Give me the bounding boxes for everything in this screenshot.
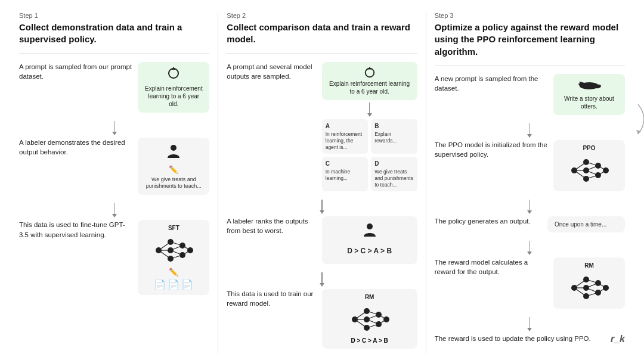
step3-diagram4: RM xyxy=(553,257,625,309)
rm-label: RM xyxy=(328,294,411,300)
recycle-icon2 xyxy=(364,73,376,80)
step3-prompt-card: Write a story about otters. xyxy=(553,74,625,115)
step1-arrow1 xyxy=(19,121,209,135)
step1-text2: A labeler demonstrates the desired outpu… xyxy=(19,138,132,157)
step3-rm-label: RM xyxy=(559,262,619,269)
rm-ranking-bottom: D > C > A > B xyxy=(328,337,411,344)
files-row: 📄 📄 📄 xyxy=(144,279,203,290)
ranking-badge: D > C > A > B xyxy=(328,243,411,259)
output-text: Once upon a time... xyxy=(555,221,606,228)
step1-person-text: We give treats and punishments to teach.… xyxy=(144,176,203,190)
step1-text1: A prompt is sampled from our prompt data… xyxy=(19,62,132,82)
step3-row2: The PPO model is initialized from the su… xyxy=(435,140,625,191)
svg-point-40 xyxy=(578,82,580,83)
svg-point-1 xyxy=(171,145,177,151)
output-a: A In reinforcement learning, the agent i… xyxy=(322,119,369,154)
output-b: B Explain rewards... xyxy=(371,119,417,154)
step3-ppo-card: PPO xyxy=(553,140,625,191)
step1-arrow2 xyxy=(19,203,209,218)
step1-prompt-card: Explain reinforcement learning to a 6 ye… xyxy=(138,62,209,113)
step1-diagram1: Explain reinforcement learning to a 6 ye… xyxy=(138,62,209,113)
step2-diagram3: RM xyxy=(322,289,417,349)
step1-text3: This data is used to fine-tune GPT-3.5 w… xyxy=(19,220,132,240)
step3-diagram5: r_k xyxy=(611,334,625,344)
step2-row2: A labeler ranks the outputs from best to… xyxy=(227,216,417,264)
step3-row3: The policy generates an output. Once upo… xyxy=(435,216,625,232)
step2-arrow1a xyxy=(367,103,372,117)
step2-arrow3 xyxy=(227,272,417,287)
output-c-text: In machine learning... xyxy=(326,169,351,181)
outputs-grid: A In reinforcement learning, the agent i… xyxy=(322,119,417,191)
step1-diagram2: ✏️ We give treats and punishments to tea… xyxy=(138,138,209,195)
step3-arrow4 xyxy=(435,317,625,331)
step1-person-card: ✏️ We give treats and punishments to tea… xyxy=(138,138,209,195)
step2-text2: A labeler ranks the outputs from best to… xyxy=(227,216,315,236)
step3-prompt-text: Write a story about otters. xyxy=(559,95,619,110)
step1-row2: A labeler demonstrates the desired outpu… xyxy=(19,138,209,195)
recycle-icon xyxy=(144,67,203,83)
edit-icon: ✏️ xyxy=(169,165,178,174)
person-icon2 xyxy=(328,221,411,241)
output-d: D We give treats and punishments to teac… xyxy=(371,157,417,191)
step2-row3: This data is used to train our reward mo… xyxy=(227,289,417,349)
step3-arrow3 xyxy=(435,241,625,255)
step2-text3: This data is used to train our reward mo… xyxy=(227,289,315,309)
step2-prompt-card: Explain reinforcement learning to a 6 ye… xyxy=(322,62,417,100)
step1-diagram3: SFT xyxy=(138,220,209,295)
output-d-text: We give treats and punishments to teach.… xyxy=(374,169,413,188)
sft-label: SFT xyxy=(144,225,203,231)
step2-label: Step 2 xyxy=(227,12,417,19)
step2-text1: A prompt and several model outputs are s… xyxy=(227,62,315,82)
step1-prompt-text: Explain reinforcement learning to a 6 ye… xyxy=(144,85,203,108)
step3-arrow1 xyxy=(435,123,625,138)
step1-row3: This data is used to fine-tune GPT-3.5 w… xyxy=(19,220,209,295)
step3-text2: The PPO model is initialized from the su… xyxy=(435,140,547,160)
sft-edit-icon: ✏️ xyxy=(169,268,178,277)
step2-prompt-text: Explain reinforcement learning to a 6 ye… xyxy=(328,80,411,95)
svg-point-19 xyxy=(367,223,373,229)
output-b-text: Explain rewards... xyxy=(374,131,397,144)
reward-score-badge: r_k xyxy=(611,334,625,344)
step1-label: Step 1 xyxy=(19,12,209,19)
step2-column: Step 2 Collect comparison data and train… xyxy=(218,12,426,354)
output-c-label: C xyxy=(326,160,365,167)
file-icon1: 📄 xyxy=(154,279,166,290)
step2-person-card: D > C > A > B xyxy=(322,216,417,264)
step3-text4: The reward model calculates a reward for… xyxy=(435,257,547,277)
step3-rm-card: RM xyxy=(553,257,625,309)
step1-title: Collect demonstration data and train a s… xyxy=(19,21,209,54)
loop-arrow-svg xyxy=(635,101,644,137)
step2-title: Collect comparison data and train a rewa… xyxy=(227,21,417,54)
output-a-text: In reinforcement learning, the agent is.… xyxy=(326,131,362,150)
step3-text-output: Once upon a time... xyxy=(547,216,625,232)
step2-rm-card: RM xyxy=(322,289,417,349)
output-d-label: D xyxy=(374,160,414,167)
step1-sft-card: SFT xyxy=(138,220,209,295)
step3-text3: The policy generates an output. xyxy=(435,216,541,226)
step3-row4: The reward model calculates a reward for… xyxy=(435,257,625,309)
step1-row1: A prompt is sampled from our prompt data… xyxy=(19,62,209,113)
otter-icon xyxy=(559,79,619,94)
main-container: Step 1 Collect demonstration data and tr… xyxy=(0,0,644,354)
file-icon2: 📄 xyxy=(168,279,179,290)
output-b-label: B xyxy=(374,122,414,130)
step2-diagram1: Explain reinforcement learning to a 6 ye… xyxy=(322,62,417,191)
step3-row1: A new prompt is sampled from the dataset… xyxy=(435,74,625,115)
output-c: C In machine learning... xyxy=(322,157,369,191)
step3-diagram2: PPO xyxy=(553,140,625,191)
output-a-label: A xyxy=(326,122,365,130)
step3-diagram3: Once upon a time... xyxy=(547,216,625,232)
person-icon xyxy=(144,142,203,163)
file-icon3: 📄 xyxy=(181,279,193,290)
step3-label: Step 3 xyxy=(435,12,625,19)
step3-title: Optimize a policy against the reward mod… xyxy=(435,21,625,66)
reward-score-text: r_k xyxy=(611,334,625,344)
step3-row5: The reward is used to update the policy … xyxy=(435,334,625,344)
step3-diagram1: Write a story about otters. xyxy=(553,74,625,115)
step3-text5: The reward is used to update the policy … xyxy=(435,334,605,344)
step2-diagram2: D > C > A > B xyxy=(322,216,417,264)
step3-arrow2 xyxy=(435,200,625,214)
step3-text1: A new prompt is sampled from the dataset… xyxy=(435,74,547,94)
ppo-label: PPO xyxy=(559,145,619,151)
step1-column: Step 1 Collect demonstration data and tr… xyxy=(11,12,218,354)
